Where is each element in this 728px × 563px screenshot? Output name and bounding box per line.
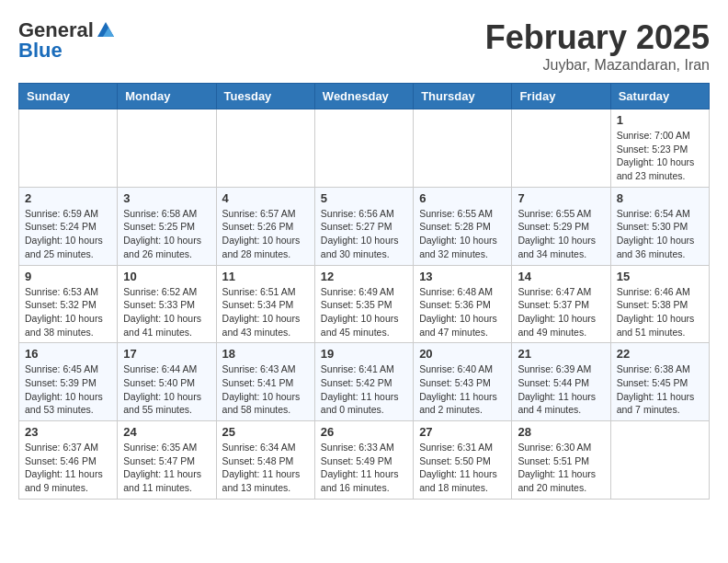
calendar-week-row: 16Sunrise: 6:45 AM Sunset: 5:39 PM Dayli…: [19, 343, 710, 421]
day-info: Sunrise: 6:58 AM Sunset: 5:25 PM Dayligh…: [123, 207, 210, 261]
calendar-day-cell: 6Sunrise: 6:55 AM Sunset: 5:28 PM Daylig…: [414, 187, 512, 265]
calendar-day-cell: 20Sunrise: 6:40 AM Sunset: 5:43 PM Dayli…: [414, 343, 512, 421]
weekday-header-wednesday: Wednesday: [314, 84, 413, 109]
location-title: Juybar, Mazandaran, Iran: [485, 57, 710, 74]
day-number: 24: [123, 425, 210, 439]
calendar-day-cell: 18Sunrise: 6:43 AM Sunset: 5:41 PM Dayli…: [216, 343, 314, 421]
calendar-day-cell: 16Sunrise: 6:45 AM Sunset: 5:39 PM Dayli…: [19, 343, 118, 421]
logo-blue: Blue: [18, 39, 63, 63]
logo: General Blue: [18, 18, 116, 63]
month-title: February 2025: [485, 18, 710, 57]
day-info: Sunrise: 6:53 AM Sunset: 5:32 PM Dayligh…: [25, 285, 111, 339]
weekday-header-monday: Monday: [118, 84, 216, 109]
calendar-day-cell: [216, 109, 314, 188]
calendar-day-cell: 14Sunrise: 6:47 AM Sunset: 5:37 PM Dayli…: [512, 265, 610, 343]
calendar-day-cell: 8Sunrise: 6:54 AM Sunset: 5:30 PM Daylig…: [610, 187, 709, 265]
day-number: 26: [321, 425, 407, 439]
day-info: Sunrise: 6:30 AM Sunset: 5:51 PM Dayligh…: [518, 441, 604, 495]
day-number: 22: [617, 347, 703, 361]
day-info: Sunrise: 6:37 AM Sunset: 5:46 PM Dayligh…: [25, 441, 111, 495]
calendar-day-cell: [414, 109, 512, 188]
day-info: Sunrise: 6:33 AM Sunset: 5:49 PM Dayligh…: [321, 441, 407, 495]
day-number: 13: [419, 270, 506, 283]
calendar-day-cell: 12Sunrise: 6:49 AM Sunset: 5:35 PM Dayli…: [314, 265, 413, 343]
day-info: Sunrise: 6:56 AM Sunset: 5:27 PM Dayligh…: [321, 207, 407, 261]
day-info: Sunrise: 6:44 AM Sunset: 5:40 PM Dayligh…: [123, 362, 210, 417]
day-number: 15: [617, 270, 703, 283]
day-info: Sunrise: 6:31 AM Sunset: 5:50 PM Dayligh…: [419, 441, 506, 495]
day-info: Sunrise: 6:54 AM Sunset: 5:30 PM Dayligh…: [617, 207, 703, 261]
logo-icon: [96, 20, 116, 40]
day-info: Sunrise: 6:38 AM Sunset: 5:45 PM Dayligh…: [617, 362, 703, 417]
calendar-day-cell: 28Sunrise: 6:30 AM Sunset: 5:51 PM Dayli…: [512, 421, 610, 500]
day-info: Sunrise: 6:46 AM Sunset: 5:38 PM Dayligh…: [617, 285, 703, 339]
calendar-day-cell: 10Sunrise: 6:52 AM Sunset: 5:33 PM Dayli…: [118, 265, 216, 343]
day-number: 8: [617, 191, 703, 205]
day-number: 18: [222, 347, 309, 361]
calendar-day-cell: 3Sunrise: 6:58 AM Sunset: 5:25 PM Daylig…: [118, 187, 216, 265]
weekday-header-tuesday: Tuesday: [216, 84, 314, 109]
calendar-day-cell: 1Sunrise: 7:00 AM Sunset: 5:23 PM Daylig…: [610, 109, 709, 188]
day-info: Sunrise: 6:47 AM Sunset: 5:37 PM Dayligh…: [518, 285, 604, 339]
calendar-day-cell: 17Sunrise: 6:44 AM Sunset: 5:40 PM Dayli…: [118, 343, 216, 421]
day-info: Sunrise: 6:45 AM Sunset: 5:39 PM Dayligh…: [25, 362, 111, 417]
day-info: Sunrise: 6:43 AM Sunset: 5:41 PM Dayligh…: [222, 362, 309, 417]
day-info: Sunrise: 6:49 AM Sunset: 5:35 PM Dayligh…: [321, 285, 407, 339]
day-number: 5: [321, 191, 407, 205]
day-number: 17: [123, 347, 210, 361]
calendar-day-cell: 4Sunrise: 6:57 AM Sunset: 5:26 PM Daylig…: [216, 187, 314, 265]
calendar-day-cell: 5Sunrise: 6:56 AM Sunset: 5:27 PM Daylig…: [314, 187, 413, 265]
calendar-day-cell: 19Sunrise: 6:41 AM Sunset: 5:42 PM Dayli…: [314, 343, 413, 421]
page-header: General Blue February 2025 Juybar, Mazan…: [18, 18, 710, 74]
day-info: Sunrise: 6:59 AM Sunset: 5:24 PM Dayligh…: [25, 207, 111, 261]
day-info: Sunrise: 7:00 AM Sunset: 5:23 PM Dayligh…: [617, 129, 703, 183]
day-info: Sunrise: 6:35 AM Sunset: 5:47 PM Dayligh…: [123, 441, 210, 495]
day-number: 3: [123, 191, 210, 205]
day-number: 27: [419, 425, 506, 439]
day-number: 20: [419, 347, 506, 361]
calendar-day-cell: 23Sunrise: 6:37 AM Sunset: 5:46 PM Dayli…: [19, 421, 118, 500]
day-number: 11: [222, 270, 309, 283]
day-info: Sunrise: 6:34 AM Sunset: 5:48 PM Dayligh…: [222, 441, 309, 495]
calendar-day-cell: 9Sunrise: 6:53 AM Sunset: 5:32 PM Daylig…: [19, 265, 118, 343]
title-block: February 2025 Juybar, Mazandaran, Iran: [485, 18, 710, 74]
calendar-day-cell: [19, 109, 118, 188]
calendar-day-cell: 15Sunrise: 6:46 AM Sunset: 5:38 PM Dayli…: [610, 265, 709, 343]
calendar-day-cell: [610, 421, 709, 500]
day-number: 23: [25, 425, 111, 439]
weekday-header-saturday: Saturday: [610, 84, 709, 109]
day-info: Sunrise: 6:48 AM Sunset: 5:36 PM Dayligh…: [419, 285, 506, 339]
calendar-day-cell: 13Sunrise: 6:48 AM Sunset: 5:36 PM Dayli…: [414, 265, 512, 343]
calendar-day-cell: 7Sunrise: 6:55 AM Sunset: 5:29 PM Daylig…: [512, 187, 610, 265]
calendar-week-row: 1Sunrise: 7:00 AM Sunset: 5:23 PM Daylig…: [19, 109, 710, 188]
calendar-day-cell: [118, 109, 216, 188]
calendar-day-cell: 27Sunrise: 6:31 AM Sunset: 5:50 PM Dayli…: [414, 421, 512, 500]
calendar-day-cell: 11Sunrise: 6:51 AM Sunset: 5:34 PM Dayli…: [216, 265, 314, 343]
day-info: Sunrise: 6:57 AM Sunset: 5:26 PM Dayligh…: [222, 207, 309, 261]
day-info: Sunrise: 6:55 AM Sunset: 5:28 PM Dayligh…: [419, 207, 506, 261]
calendar-week-row: 9Sunrise: 6:53 AM Sunset: 5:32 PM Daylig…: [19, 265, 710, 343]
calendar-week-row: 2Sunrise: 6:59 AM Sunset: 5:24 PM Daylig…: [19, 187, 710, 265]
weekday-header-sunday: Sunday: [19, 84, 118, 109]
day-number: 28: [518, 425, 604, 439]
calendar-table: SundayMondayTuesdayWednesdayThursdayFrid…: [18, 83, 710, 500]
day-number: 10: [123, 270, 210, 283]
day-info: Sunrise: 6:39 AM Sunset: 5:44 PM Dayligh…: [518, 362, 604, 417]
calendar-day-cell: [512, 109, 610, 188]
day-number: 7: [518, 191, 604, 205]
calendar-header-row: SundayMondayTuesdayWednesdayThursdayFrid…: [19, 84, 710, 109]
calendar-day-cell: 24Sunrise: 6:35 AM Sunset: 5:47 PM Dayli…: [118, 421, 216, 500]
day-number: 19: [321, 347, 407, 361]
calendar-day-cell: 22Sunrise: 6:38 AM Sunset: 5:45 PM Dayli…: [610, 343, 709, 421]
day-number: 4: [222, 191, 309, 205]
day-number: 21: [518, 347, 604, 361]
day-number: 9: [25, 270, 111, 283]
day-number: 14: [518, 270, 604, 283]
calendar-day-cell: 26Sunrise: 6:33 AM Sunset: 5:49 PM Dayli…: [314, 421, 413, 500]
calendar-day-cell: [314, 109, 413, 188]
day-number: 12: [321, 270, 407, 283]
day-number: 16: [25, 347, 111, 361]
day-info: Sunrise: 6:41 AM Sunset: 5:42 PM Dayligh…: [321, 362, 407, 417]
weekday-header-friday: Friday: [512, 84, 610, 109]
day-number: 6: [419, 191, 506, 205]
